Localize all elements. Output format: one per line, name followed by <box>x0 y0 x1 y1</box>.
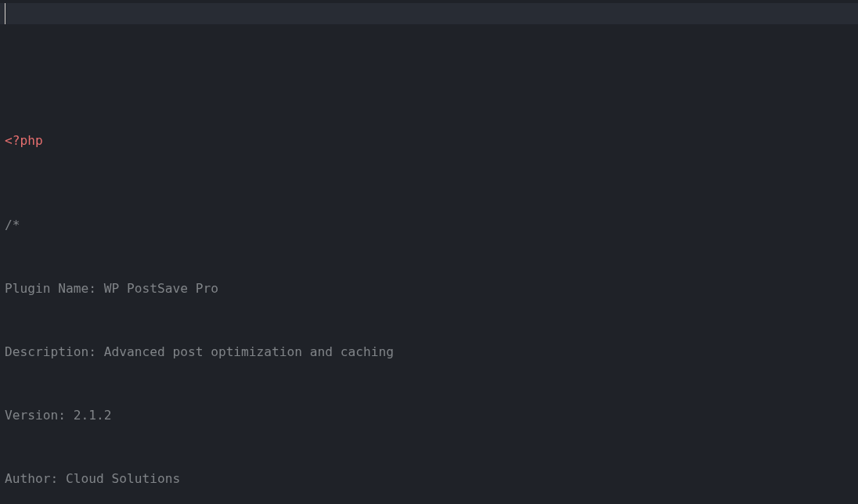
comment: /* <box>5 218 20 232</box>
code-line: Description: Advanced post optimization … <box>5 341 853 362</box>
code-line: Version: 2.1.2 <box>5 405 853 426</box>
code-line: Plugin Name: WP PostSave Pro <box>5 278 853 299</box>
code-line: <?php <box>5 130 853 151</box>
current-line-highlight <box>0 3 858 24</box>
comment: Version: 2.1.2 <box>5 408 111 423</box>
code-editor[interactable]: <?php /* Plugin Name: WP PostSave Pro De… <box>0 0 858 504</box>
comment: Author: Cloud Solutions <box>5 471 180 486</box>
code-line: Author: Cloud Solutions <box>5 468 853 489</box>
comment: Plugin Name: WP PostSave Pro <box>5 281 218 296</box>
comment: Description: Advanced post optimization … <box>5 344 394 359</box>
text-cursor <box>5 3 5 24</box>
code-line: /* <box>5 214 853 236</box>
php-open-tag: <?php <box>5 133 43 148</box>
